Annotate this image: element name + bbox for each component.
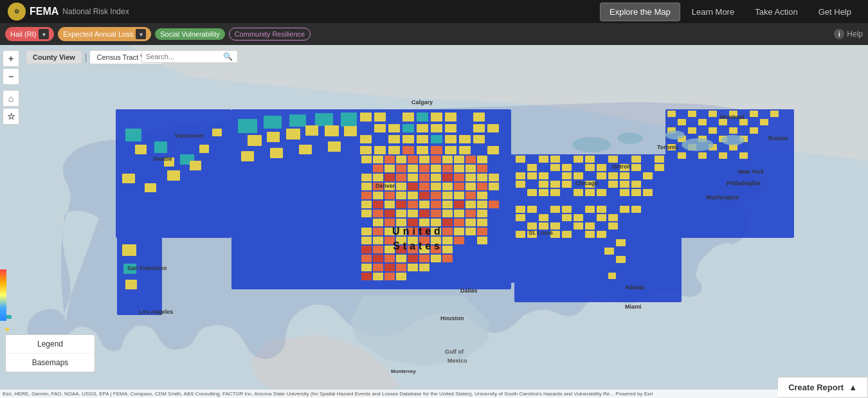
svg-rect-146 (373, 210, 383, 217)
fema-seal-icon: ⚙ (8, 3, 26, 21)
cr-filter-button[interactable]: Community Resilience (229, 28, 311, 41)
fema-logo: ⚙ FEMA National Risk Index (8, 3, 129, 21)
svg-rect-253 (631, 172, 641, 179)
svg-rect-130 (454, 192, 464, 199)
svg-rect-165 (466, 219, 476, 226)
svg-rect-65 (417, 146, 428, 154)
svg-rect-100 (384, 174, 395, 181)
svg-rect-370 (750, 136, 758, 142)
svg-text:Denver: Denver (375, 183, 395, 189)
svg-rect-381 (688, 152, 696, 159)
search-input[interactable] (146, 53, 223, 60)
svg-rect-58 (417, 135, 428, 143)
svg-rect-35 (374, 113, 386, 122)
svg-rect-29 (241, 151, 254, 161)
get-help-link[interactable]: Get Help (809, 3, 860, 21)
zoom-out-button[interactable]: − (3, 68, 19, 85)
svg-rect-50 (445, 124, 457, 132)
svg-rect-91 (408, 165, 418, 172)
map-container[interactable]: United States Vancouver Seattle San Fran… (0, 45, 868, 398)
svg-rect-353 (616, 239, 626, 246)
svg-rect-177 (477, 228, 487, 235)
svg-rect-36 (388, 113, 400, 122)
svg-rect-151 (431, 210, 441, 217)
eal-dropdown-icon[interactable]: ▾ (136, 29, 146, 39)
svg-rect-307 (597, 189, 606, 196)
svg-rect-200 (384, 255, 395, 262)
explore-map-link[interactable]: Explore the Map (600, 3, 680, 21)
svg-rect-105 (442, 174, 453, 181)
svg-rect-136 (396, 201, 406, 208)
svg-rect-132 (477, 192, 487, 199)
county-view-button[interactable]: County View (26, 50, 82, 64)
legend-button[interactable]: Legend (6, 335, 95, 354)
svg-rect-382 (698, 152, 707, 159)
svg-rect-225 (608, 156, 618, 163)
basemaps-button[interactable]: Basemaps (6, 354, 95, 372)
svg-rect-14 (122, 244, 136, 256)
svg-rect-154 (466, 210, 476, 217)
home-button[interactable]: ⌂ (3, 90, 19, 107)
hail-dropdown-icon[interactable]: ▾ (39, 29, 49, 39)
svg-rect-266 (643, 181, 653, 188)
svg-rect-302 (539, 189, 548, 196)
svg-rect-303 (550, 189, 560, 196)
svg-rect-128 (431, 192, 441, 199)
svg-rect-305 (574, 189, 583, 196)
hail-filter-button[interactable]: Hail (RI) ▾ (5, 27, 54, 41)
svg-rect-217 (516, 156, 525, 163)
svg-rect-55 (374, 135, 386, 143)
svg-rect-336 (527, 222, 537, 230)
svg-text:Toronto: Toronto (657, 144, 679, 150)
svg-rect-264 (620, 181, 629, 188)
svg-rect-84 (466, 156, 476, 163)
sv-filter-button[interactable]: Social Vulnerability (155, 28, 225, 40)
svg-rect-133 (361, 201, 372, 208)
svg-rect-249 (585, 172, 595, 179)
take-action-link[interactable]: Take Action (746, 3, 807, 21)
fema-text: FEMA (30, 6, 59, 17)
svg-rect-354 (628, 239, 637, 246)
svg-rect-244 (527, 172, 537, 179)
bookmark-button[interactable]: ☆ (3, 108, 19, 125)
svg-rect-385 (729, 152, 737, 159)
svg-rect-107 (466, 174, 476, 181)
svg-rect-124 (384, 192, 395, 199)
svg-rect-187 (466, 237, 476, 244)
svg-rect-52 (473, 124, 485, 132)
svg-rect-277 (760, 111, 768, 117)
svg-rect-61 (459, 135, 471, 143)
svg-rect-297 (739, 127, 748, 134)
svg-rect-240 (631, 164, 641, 171)
svg-rect-89 (384, 165, 395, 172)
zoom-in-button[interactable]: + (3, 50, 19, 67)
svg-rect-12 (212, 129, 222, 136)
svg-rect-19 (264, 116, 282, 129)
svg-rect-46 (388, 124, 400, 132)
svg-rect-257 (539, 181, 548, 188)
svg-rect-335 (516, 222, 525, 230)
svg-rect-126 (408, 192, 418, 199)
svg-text:Vancouver: Vancouver (175, 132, 204, 139)
create-report-panel[interactable]: Create Report ▲ (777, 377, 868, 398)
svg-rect-327 (539, 214, 548, 221)
svg-rect-281 (688, 119, 696, 125)
svg-rect-142 (466, 201, 476, 208)
svg-rect-155 (477, 210, 487, 217)
svg-rect-292 (688, 127, 696, 134)
svg-rect-164 (454, 219, 464, 226)
svg-rect-45 (374, 124, 386, 132)
svg-rect-210 (408, 264, 418, 271)
help-area[interactable]: i Help (834, 29, 863, 39)
svg-rect-109 (489, 174, 499, 181)
svg-rect-30 (270, 148, 283, 158)
svg-rect-64 (402, 146, 414, 154)
eal-filter-button[interactable]: Expected Annual Loss ▾ (58, 27, 151, 41)
svg-rect-95 (454, 165, 464, 172)
svg-rect-313 (516, 206, 525, 213)
svg-rect-348 (562, 231, 572, 238)
learn-more-link[interactable]: Learn More (683, 3, 743, 21)
svg-rect-254 (643, 172, 653, 179)
svg-rect-42 (473, 113, 485, 122)
svg-rect-81 (431, 156, 441, 163)
